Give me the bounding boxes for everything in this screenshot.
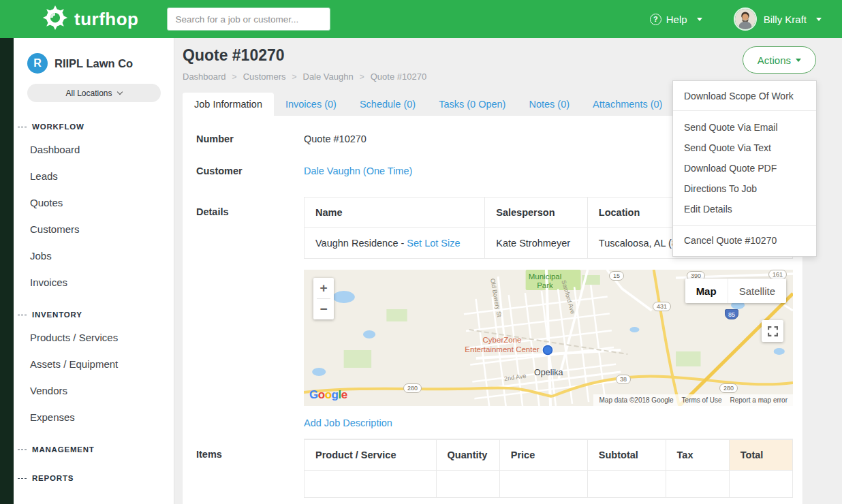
menu-item-cancel-quote[interactable]: Cancel Quote #10270 bbox=[673, 226, 816, 256]
breadcrumb-dale-vaughn[interactable]: Dale Vaughn bbox=[303, 72, 354, 82]
items-header-subtotal: Subtotal bbox=[587, 440, 666, 471]
items-header-quantity: Quantity bbox=[436, 440, 499, 471]
add-job-description-row: Add Job Description bbox=[304, 406, 793, 439]
zoom-out-button[interactable]: − bbox=[313, 299, 334, 319]
sidebar-item-assets-equipment[interactable]: Assets / Equipment bbox=[14, 351, 174, 377]
report-map-error-link[interactable]: Report a map error bbox=[730, 396, 788, 404]
dash-icon bbox=[18, 450, 27, 450]
help-label: Help bbox=[666, 14, 687, 25]
items-label: Items bbox=[196, 439, 304, 498]
fullscreen-button[interactable] bbox=[762, 320, 783, 342]
breadcrumb-separator-icon: > bbox=[360, 72, 364, 82]
map-zoom-control: + − bbox=[313, 278, 334, 319]
section-management[interactable]: MANAGEMENT bbox=[14, 430, 174, 459]
breadcrumb-separator-icon: > bbox=[232, 72, 237, 82]
sidebar-item-customers[interactable]: Customers bbox=[14, 216, 174, 242]
details-salesperson-cell: Kate Strohmeyer bbox=[485, 228, 588, 259]
navbar-right: ? Help Billy Kraft bbox=[650, 7, 842, 31]
number-label: Number bbox=[196, 133, 304, 144]
breadcrumb: Dashboard > Customers > Dale Vaughn > Qu… bbox=[183, 72, 426, 82]
chevron-down-icon bbox=[116, 89, 122, 95]
google-logo[interactable]: Google bbox=[309, 388, 347, 402]
tab-schedule[interactable]: Schedule (0) bbox=[348, 93, 427, 116]
sidebar-item-products-services[interactable]: Products / Services bbox=[14, 324, 174, 351]
zoom-in-button[interactable]: + bbox=[313, 278, 334, 298]
details-header-name: Name bbox=[305, 198, 485, 228]
app: turfhop ? Help Billy Kraft bbox=[0, 0, 842, 504]
sidebar-item-quotes[interactable]: Quotes bbox=[14, 189, 174, 216]
tab-attachments[interactable]: Attachments (0) bbox=[581, 93, 674, 116]
top-navbar: turfhop ? Help Billy Kraft bbox=[0, 0, 842, 38]
terms-of-use-link[interactable]: Terms of Use bbox=[682, 396, 722, 404]
tab-job-information[interactable]: Job Information bbox=[183, 93, 274, 116]
company-logo: R bbox=[27, 53, 48, 74]
locations-selector[interactable]: All Locations bbox=[27, 84, 161, 102]
property-name: Vaughn Residence - bbox=[315, 238, 404, 249]
sidebar-item-dashboard[interactable]: Dashboard bbox=[14, 136, 174, 163]
items-header-tax: Tax bbox=[666, 440, 729, 471]
add-job-description-link[interactable]: Add Job Description bbox=[304, 418, 392, 428]
brand-name: turfhop bbox=[74, 9, 138, 30]
menu-item-edit-details[interactable]: Edit Details bbox=[673, 199, 816, 219]
user-name: Billy Kraft bbox=[764, 14, 807, 25]
details-name-cell: Vaughn Residence - Set Lot Size bbox=[305, 228, 485, 259]
route-shield-161: 161 bbox=[768, 270, 787, 279]
items-header-row: Product / Service Quantity Price Subtota… bbox=[305, 440, 793, 471]
menu-item-download-scope-of-work[interactable]: Download Scope Of Work bbox=[673, 81, 816, 110]
customer-name-link[interactable]: Dale Vaughn bbox=[304, 166, 360, 176]
breadcrumb-customers[interactable]: Customers bbox=[243, 72, 286, 82]
page-header-left: Quote #10270 Dashboard > Customers > Dal… bbox=[183, 44, 426, 91]
section-label: MANAGEMENT bbox=[32, 445, 95, 454]
items-table: Product / Service Quantity Price Subtota… bbox=[304, 439, 793, 498]
tab-tasks[interactable]: Tasks (0 Open) bbox=[427, 93, 517, 116]
items-header-price: Price bbox=[499, 440, 587, 471]
items-header-product-service: Product / Service bbox=[305, 440, 437, 471]
map-marker-icon bbox=[543, 346, 552, 355]
actions-dropdown-menu: Download Scope Of Work Send Quote Via Em… bbox=[672, 80, 817, 257]
map-attribution: Map data ©2018 Google Terms of Use Repor… bbox=[593, 394, 793, 406]
menu-item-send-quote-via-text[interactable]: Send Quote Via Text bbox=[673, 138, 816, 158]
section-inventory: INVENTORY bbox=[14, 296, 174, 324]
section-reports[interactable]: REPORTS bbox=[14, 459, 174, 488]
main-shell: R RIIPL Lawn Co All Locations WORKFLOW D… bbox=[0, 38, 842, 504]
menu-item-directions-to-job[interactable]: Directions To Job bbox=[673, 178, 816, 199]
map-data-text: Map data ©2018 Google bbox=[599, 396, 673, 404]
sidebar-item-expenses[interactable]: Expenses bbox=[14, 404, 174, 430]
global-search-input[interactable] bbox=[167, 7, 330, 31]
route-shield-38: 38 bbox=[616, 375, 631, 384]
locations-label: All Locations bbox=[65, 89, 112, 98]
chevron-down-icon bbox=[796, 59, 801, 62]
brand[interactable]: turfhop bbox=[42, 5, 138, 33]
menu-item-download-quote-pdf[interactable]: Download Quote PDF bbox=[673, 158, 816, 178]
chevron-down-icon bbox=[816, 18, 822, 21]
user-avatar[interactable] bbox=[734, 7, 757, 31]
map-type-control: Map Satellite bbox=[685, 279, 786, 303]
menu-item-send-quote-via-email[interactable]: Send Quote Via Email bbox=[673, 117, 816, 138]
sidebar-item-leads[interactable]: Leads bbox=[14, 163, 174, 189]
actions-button[interactable]: Actions bbox=[743, 46, 816, 74]
map-view-button[interactable]: Map bbox=[685, 279, 728, 303]
route-shield-280-left: 280 bbox=[403, 383, 422, 393]
breadcrumb-current: Quote #10270 bbox=[371, 72, 426, 82]
satellite-view-button[interactable]: Satellite bbox=[728, 279, 786, 303]
dash-icon bbox=[18, 127, 27, 127]
details-label: Details bbox=[196, 197, 304, 439]
chevron-down-icon bbox=[697, 18, 702, 21]
page-header: Quote #10270 Dashboard > Customers > Dal… bbox=[183, 44, 816, 91]
job-location-map[interactable]: Municipal Park CyberZone Entertainment C… bbox=[304, 270, 793, 406]
help-icon: ? bbox=[650, 14, 661, 25]
sidebar-item-jobs[interactable]: Jobs bbox=[14, 242, 174, 269]
details-header-salesperson: Salesperson bbox=[485, 198, 588, 228]
sidebar-item-invoices[interactable]: Invoices bbox=[14, 269, 174, 296]
set-lot-size-link[interactable]: Set Lot Size bbox=[407, 238, 460, 249]
breadcrumb-dashboard[interactable]: Dashboard bbox=[183, 72, 226, 82]
section-workflow: WORKFLOW bbox=[14, 108, 174, 136]
actions-label: Actions bbox=[758, 54, 791, 66]
help-menu[interactable]: ? Help bbox=[650, 14, 702, 25]
user-menu[interactable]: Billy Kraft bbox=[764, 14, 822, 25]
customer-type-link[interactable]: (One Time) bbox=[363, 166, 413, 176]
tab-notes[interactable]: Notes (0) bbox=[517, 93, 581, 116]
tab-invoices[interactable]: Invoices (0) bbox=[274, 93, 348, 116]
sidebar-item-vendors[interactable]: Vendors bbox=[14, 377, 174, 404]
items-empty-row bbox=[305, 471, 793, 498]
